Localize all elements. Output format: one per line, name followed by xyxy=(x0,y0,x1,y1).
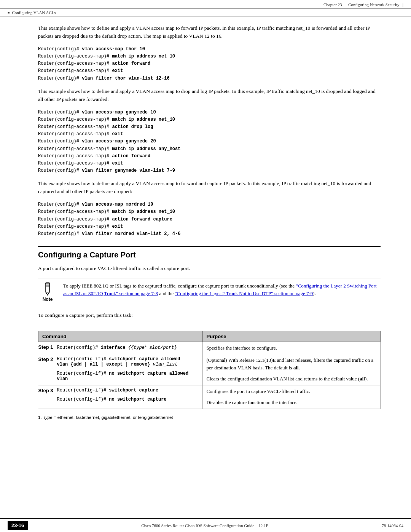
code-block-1: Router(config)# vlan access-map thor 10 … xyxy=(38,46,381,82)
chapter-number: Chapter 23 xyxy=(323,2,342,7)
step3-label: Step 3 xyxy=(38,388,57,393)
step2-command-cell: Step 2 Router(config-if)# switchport cap… xyxy=(38,354,203,385)
subsection-label: Configuring VLAN ACLs xyxy=(12,10,56,15)
step2-purpose-part2: Clears the configured destination VLAN l… xyxy=(207,375,376,383)
step2-command-line4: vlan xyxy=(57,376,189,382)
code-line: Router(config-access-map)# action forwar… xyxy=(38,153,381,160)
code-line: Router(config-access-map)# action forwar… xyxy=(38,60,381,67)
footnote-text: = ethernet, fastethernet, gigabitetherne… xyxy=(54,415,173,420)
step3-command-line2: Router(config-if)# no switchport capture xyxy=(57,397,167,402)
svg-rect-2 xyxy=(46,283,49,284)
step1-purpose: Specifies the interface to configure. xyxy=(202,342,380,354)
code-line: Router(config-access-map)# exit xyxy=(38,131,381,138)
footnote-italic: type xyxy=(44,415,53,420)
code-line: Router(config)# vlan filter thor vlan-li… xyxy=(38,75,381,82)
step1-command: Router(config)# interface {{type1 slot/p… xyxy=(57,344,177,350)
chapter-title: Configuring Network Security xyxy=(348,2,399,7)
step2-command-line3: Router(config-if)# no switchport capture… xyxy=(57,371,189,376)
step3-commands: Router(config-if)# switchport capture Ro… xyxy=(57,388,167,402)
command-table: Command Purpose Step 1 Router(config)# i… xyxy=(38,331,381,409)
code-line: Router(config-access-map)# match ip addr… xyxy=(38,145,381,153)
note-text: To apply IEEE 802.1Q or ISL tags to the … xyxy=(63,282,381,297)
step3-command-cell: Step 3 Router(config-if)# switchport cap… xyxy=(38,385,203,409)
footer-center-text: Cisco 7600 Series Router Cisco IOS Softw… xyxy=(28,523,382,528)
command-table-wrapper: Command Purpose Step 1 Router(config)# i… xyxy=(38,325,381,413)
note-text-after: ). xyxy=(313,291,316,296)
step2-purpose-part1: (Optional) With Release 12.1(13)E and la… xyxy=(207,356,376,371)
step2-command-line1: Router(config-if)# switchport capture al… xyxy=(57,356,189,362)
code-line: Router(config)# vlan filter ganymede vla… xyxy=(38,167,381,174)
code-line: Router(config)# vlan access-map ganymede… xyxy=(38,109,381,116)
code-line: Router(config-access-map)# exit xyxy=(38,160,381,167)
section-heading: Configuring a Capture Port xyxy=(38,246,381,259)
code-line: Router(config)# vlan filter mordred vlan… xyxy=(38,230,381,238)
code-line: Router(config)# vlan access-map thor 10 xyxy=(38,46,381,53)
table-row: Step 3 Router(config-if)# switchport cap… xyxy=(38,385,381,409)
section-breadcrumb: Configuring VLAN ACLs xyxy=(8,10,56,15)
footnote-number: 1. xyxy=(38,415,43,420)
sub-header: Configuring VLAN ACLs xyxy=(0,9,411,17)
note-text-between: and the xyxy=(158,291,175,296)
page-number-box: 23-16 xyxy=(8,521,28,530)
step2-purpose-cell: (Optional) With Release 12.1(13)E and la… xyxy=(202,354,380,385)
code-line: Router(config-access-map)# exit xyxy=(38,67,381,75)
table-row: Step 2 Router(config-if)# switchport cap… xyxy=(38,354,381,385)
step3-purpose-cell: Configures the port to capture VACL-filt… xyxy=(202,385,380,409)
step1-command-cell: Step 1 Router(config)# interface {{type1… xyxy=(38,342,203,354)
code-line: Router(config)# vlan access-map mordred … xyxy=(38,201,381,208)
code-line: Router(config-access-map)# action drop l… xyxy=(38,123,381,131)
footnote: 1. type = ethernet, fastethernet, gigabi… xyxy=(38,415,381,420)
code-line: Router(config-access-map)# action forwar… xyxy=(38,216,381,223)
top-header: Chapter 23 Configuring Network Security … xyxy=(0,0,411,9)
column-header-command: Command xyxy=(38,331,203,342)
table-header-row: Command Purpose xyxy=(38,331,381,342)
note-icon-area: Note xyxy=(38,282,57,302)
intro-paragraph-1: This example shows how to define and app… xyxy=(38,24,381,40)
step3-purpose-part1: Configures the port to capture VACL-filt… xyxy=(207,388,376,395)
intro-paragraph-2: This example shows how to define and app… xyxy=(38,88,381,104)
page-footer: 23-16 Cisco 7600 Series Router Cisco IOS… xyxy=(0,518,411,532)
code-line: Router(config)# vlan access-map ganymede… xyxy=(38,138,381,145)
code-block-3: Router(config)# vlan access-map mordred … xyxy=(38,201,381,238)
svg-rect-0 xyxy=(46,283,49,292)
table-row: Step 1 Router(config)# interface {{type1… xyxy=(38,342,381,354)
note-label: Note xyxy=(43,297,53,302)
step3-command-line1: Router(config-if)# switchport capture xyxy=(57,388,167,393)
step2-command-line2: vlan {add | all | except | remove} vlan_… xyxy=(57,362,189,367)
step2-commands: Router(config-if)# switchport capture al… xyxy=(57,356,189,382)
code-line: Router(config-access-map)# match ip addr… xyxy=(38,116,381,123)
step1-label: Step 1 xyxy=(38,344,57,350)
intro-paragraph-3: This example shows how to define and app… xyxy=(38,180,381,196)
code-line: Router(config-access-map)# exit xyxy=(38,223,381,230)
column-header-purpose: Purpose xyxy=(202,331,380,342)
code-line: Router(config-access-map)# match ip addr… xyxy=(38,208,381,216)
step2-label: Step 2 xyxy=(38,356,57,362)
footer-right-text: 78-14064-04 xyxy=(382,523,403,528)
pencil-icon xyxy=(42,282,53,296)
task-intro: To configure a capture port, perform thi… xyxy=(38,312,381,320)
note-link-2[interactable]: "Configuring the Layer 2 Trunk Not to Us… xyxy=(175,291,313,296)
chapter-info: Chapter 23 Configuring Network Security … xyxy=(323,2,403,7)
note-block: Note To apply IEEE 802.1Q or ISL tags to… xyxy=(38,278,381,306)
capture-port-intro: A port configured to capture VACL-filter… xyxy=(38,265,381,273)
step3-purpose-part2: Disables the capture function on the int… xyxy=(207,399,376,406)
note-text-before-link1: To apply IEEE 802.1Q or ISL tags to the … xyxy=(63,283,296,289)
main-content: This example shows how to define and app… xyxy=(0,17,411,427)
code-line: Router(config-access-map)# match ip addr… xyxy=(38,53,381,60)
svg-marker-1 xyxy=(46,292,49,295)
code-block-2: Router(config)# vlan access-map ganymede… xyxy=(38,109,381,175)
